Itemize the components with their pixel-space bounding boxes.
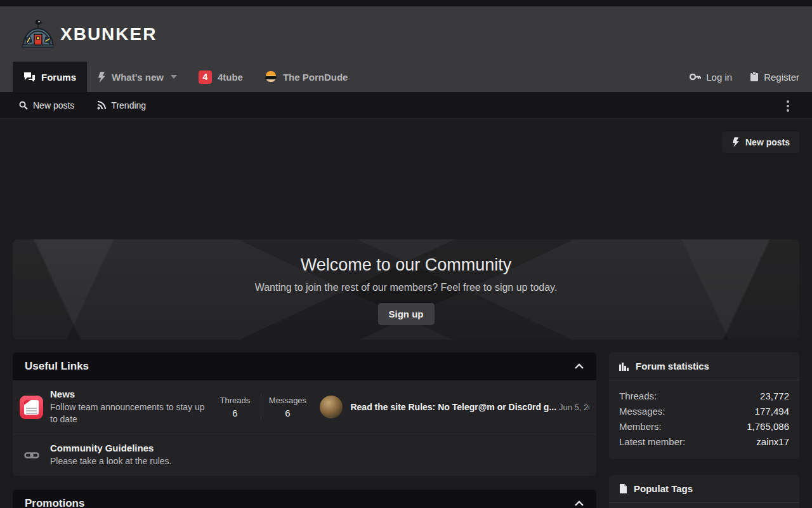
divider <box>261 394 261 420</box>
tab-label: Forums <box>41 72 76 83</box>
forum-statistics-header: Forum statistics <box>609 352 799 380</box>
site-header: XBUNKER <box>0 6 812 62</box>
link-icon <box>24 451 39 460</box>
register-icon <box>750 72 759 82</box>
subnav-label: Trending <box>111 100 146 110</box>
login-link[interactable]: Log in <box>690 72 732 83</box>
main-column: Useful Links News Follow team announceme… <box>13 352 596 508</box>
widget-title: Populat Tags <box>634 483 693 494</box>
auth-links: Log in Register <box>690 62 799 92</box>
nav-tabs: Forums What's new 4 4tube The PornDude <box>13 62 358 92</box>
popular-tags-body <box>609 503 799 508</box>
tab-4tube[interactable]: 4 4tube <box>188 62 254 92</box>
subnav-trending[interactable]: Trending <box>97 100 146 110</box>
porndude-icon <box>265 71 277 83</box>
subnav-label: New posts <box>33 100 74 110</box>
useful-links-section: Useful Links News Follow team announceme… <box>13 352 596 476</box>
forum-node-guidelines[interactable]: Community Guidelines Please take a look … <box>13 434 596 476</box>
useful-links-header[interactable]: Useful Links <box>13 352 596 380</box>
forum-statistics-widget: Forum statistics Threads: 23,772 Message… <box>609 352 799 459</box>
more-options-icon[interactable] <box>784 99 792 113</box>
avatar[interactable] <box>320 396 343 418</box>
document-icon <box>619 484 627 493</box>
section-title: Promotions <box>25 497 84 508</box>
node-text: Community Guidelines Please take a look … <box>50 443 229 467</box>
content-row: Useful Links News Follow team announceme… <box>13 352 799 508</box>
register-link[interactable]: Register <box>750 72 799 83</box>
threads-count: Threads 6 <box>213 396 257 418</box>
news-icon <box>20 396 43 419</box>
welcome-banner: Welcome to our Community Wanting to join… <box>13 239 799 340</box>
bunker-logo-icon <box>21 19 54 50</box>
rss-icon <box>97 101 106 110</box>
latest-post: Read the site Rules: No Telegr@m or Disc… <box>320 396 589 418</box>
welcome-subtitle: Wanting to join the rest of our members?… <box>13 282 799 293</box>
node-title[interactable]: Community Guidelines <box>50 443 229 453</box>
chevron-down-icon <box>171 75 177 79</box>
forum-statistics-body: Threads: 23,772 Messages: 177,494 Member… <box>609 380 799 459</box>
4tube-icon: 4 <box>199 70 212 84</box>
tab-porndude[interactable]: The PornDude <box>254 62 359 92</box>
promotions-header[interactable]: Promotions <box>13 490 596 508</box>
sign-up-button[interactable]: Sign up <box>378 303 435 325</box>
lightning-icon <box>732 137 740 147</box>
sub-nav: New posts Trending <box>0 92 812 119</box>
top-strip <box>0 0 812 6</box>
stat-row-messages: Messages: 177,494 <box>619 404 789 419</box>
link-icon-wrap <box>20 451 43 460</box>
main-content: New posts Welcome to our Community Wanti… <box>0 119 812 508</box>
tab-label: The PornDude <box>283 72 348 83</box>
tab-forums[interactable]: Forums <box>13 62 87 92</box>
forum-node-news[interactable]: News Follow team announcements to stay u… <box>13 380 596 434</box>
latest-member-link[interactable]: zainx17 <box>756 434 789 450</box>
register-label: Register <box>764 72 799 83</box>
node-title[interactable]: News <box>50 389 213 399</box>
welcome-title: Welcome to our Community <box>13 255 799 275</box>
new-posts-label: New posts <box>745 137 790 147</box>
latest-post-text: Read the site Rules: No Telegr@m or Disc… <box>350 402 589 412</box>
section-title: Useful Links <box>25 360 89 373</box>
widget-title: Forum statistics <box>636 361 709 371</box>
brand-name: XBUNKER <box>60 24 157 44</box>
messages-count: Messages 6 <box>265 396 310 418</box>
popular-tags-widget: Populat Tags <box>609 475 799 508</box>
bar-chart-icon <box>619 362 629 371</box>
new-posts-button[interactable]: New posts <box>723 131 799 153</box>
latest-post-title[interactable]: Read the site Rules: No Telegr@m or Disc… <box>350 402 556 412</box>
tab-whats-new[interactable]: What's new <box>87 62 188 92</box>
stat-row-threads: Threads: 23,772 <box>619 389 789 404</box>
lightning-icon <box>98 72 106 83</box>
key-icon <box>690 73 701 81</box>
node-description: Follow team announcements to stay up to … <box>50 401 213 425</box>
tab-label: What's new <box>112 72 164 83</box>
chevron-up-icon[interactable] <box>574 500 584 507</box>
latest-post-date: Jun 5, 2024 · ... <box>559 403 589 412</box>
stat-row-latest-member: Latest member: zainx17 <box>619 434 789 450</box>
search-icon <box>19 101 28 110</box>
sidebar: Forum statistics Threads: 23,772 Message… <box>609 352 799 508</box>
site-logo[interactable]: XBUNKER <box>21 19 157 50</box>
tab-label: 4tube <box>218 72 243 83</box>
main-nav: Forums What's new 4 4tube The PornDude L… <box>0 62 812 92</box>
node-description: Please take a look at the rules. <box>50 455 229 467</box>
chevron-up-icon[interactable] <box>574 363 584 370</box>
subnav-new-posts[interactable]: New posts <box>19 100 74 110</box>
login-label: Log in <box>706 72 732 83</box>
promotions-section: Promotions <box>13 490 596 508</box>
forums-icon <box>23 72 36 83</box>
actions-row: New posts <box>13 131 799 153</box>
node-text: News Follow team announcements to stay u… <box>50 389 213 425</box>
popular-tags-header: Populat Tags <box>609 475 799 503</box>
stat-row-members: Members: 1,765,086 <box>619 419 789 434</box>
